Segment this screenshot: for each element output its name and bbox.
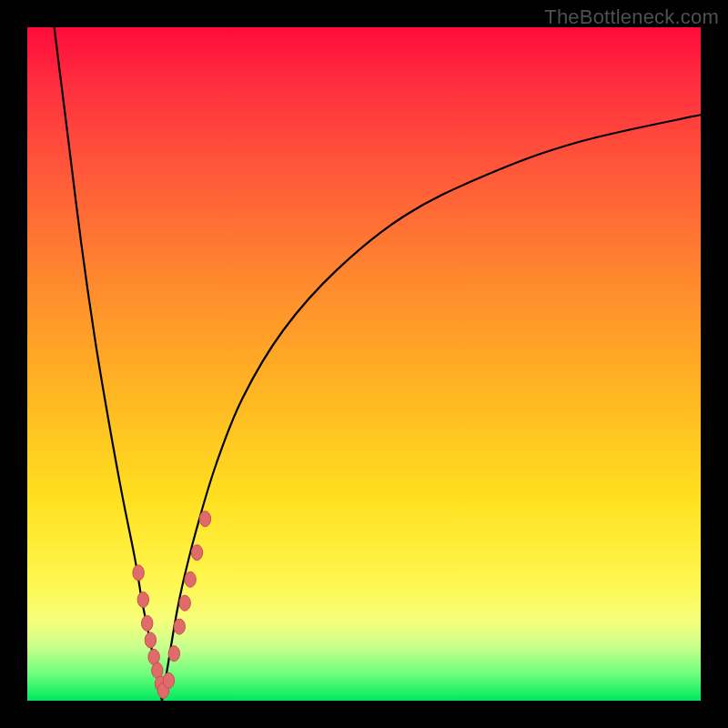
highlight-dot (133, 565, 144, 581)
right-branch-path (162, 115, 701, 701)
plot-area (27, 27, 701, 701)
left-branch-path (55, 27, 162, 701)
highlight-dot (152, 662, 163, 678)
highlight-dot (191, 545, 202, 561)
highlight-dot (142, 615, 153, 631)
highlight-dot (163, 672, 174, 688)
bottleneck-curve (27, 27, 701, 701)
highlight-dot (168, 646, 179, 662)
highlight-dot (174, 619, 185, 634)
highlight-dot (148, 649, 159, 664)
highlight-dot (137, 592, 148, 608)
watermark-text: TheBottleneck.com (544, 5, 719, 29)
dot-cluster (133, 511, 211, 699)
highlight-dot (179, 595, 190, 611)
highlight-dot (155, 676, 166, 692)
highlight-dot (145, 632, 156, 648)
highlight-dot (199, 511, 210, 527)
highlight-dot (185, 571, 196, 587)
highlight-dot (157, 682, 168, 698)
chart-frame: TheBottleneck.com (0, 0, 728, 728)
